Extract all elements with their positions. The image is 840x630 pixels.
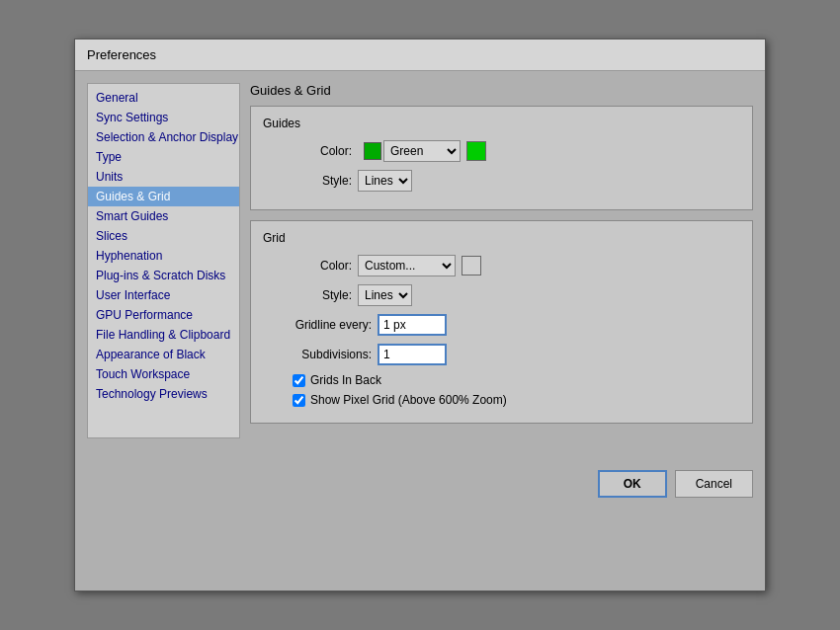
sidebar-item-hyphenation[interactable]: Hyphenation <box>88 246 239 266</box>
sidebar-item-gpu[interactable]: GPU Performance <box>88 305 239 325</box>
grid-style-select[interactable]: Lines Dots <box>358 284 412 306</box>
sidebar-list: General Sync Settings Selection & Anchor… <box>88 88 239 433</box>
grid-color-preview <box>462 256 481 276</box>
cancel-button[interactable]: Cancel <box>675 470 753 498</box>
section-title: Guides & Grid <box>250 83 753 98</box>
show-pixel-grid-checkbox[interactable] <box>293 394 305 407</box>
guides-color-green-swatch <box>364 142 381 160</box>
grid-color-label: Color: <box>263 259 352 273</box>
guides-style-select[interactable]: Lines Dots <box>358 170 412 192</box>
guides-color-preview <box>466 141 486 161</box>
dialog-title: Preferences <box>87 47 156 62</box>
subdivisions-label: Subdivisions: <box>263 348 372 361</box>
sidebar-item-sync-settings[interactable]: Sync Settings <box>88 108 239 127</box>
sidebar-item-appearance[interactable]: Appearance of Black <box>88 345 239 364</box>
sidebar-item-file-handling[interactable]: File Handling & Clipboard <box>88 325 239 345</box>
guides-color-label: Color: <box>263 144 352 158</box>
grid-style-label: Style: <box>263 288 352 302</box>
sidebar-item-selection-anchor[interactable]: Selection & Anchor Display <box>88 127 239 147</box>
guides-style-label: Style: <box>263 174 352 188</box>
grids-in-back-label: Grids In Back <box>310 373 381 387</box>
guides-color-row: Color: Green Cyan Magenta Yellow Red Blu… <box>263 140 740 162</box>
gridline-label: Gridline every: <box>263 318 372 332</box>
grids-in-back-checkbox[interactable] <box>293 374 305 387</box>
sidebar-item-technology[interactable]: Technology Previews <box>88 384 239 404</box>
sidebar-item-smart-guides[interactable]: Smart Guides <box>88 206 239 226</box>
sidebar-item-guides-grid[interactable]: Guides & Grid <box>88 187 239 206</box>
ok-button[interactable]: OK <box>598 470 667 498</box>
grid-panel: Grid Color: Custom... Light Gray Medium … <box>250 220 753 424</box>
show-pixel-grid-label: Show Pixel Grid (Above 600% Zoom) <box>310 393 507 407</box>
show-pixel-grid-row: Show Pixel Grid (Above 600% Zoom) <box>293 393 740 407</box>
dialog-footer: OK Cancel <box>75 460 765 508</box>
gridline-row: Gridline every: <box>263 314 740 336</box>
grids-in-back-row: Grids In Back <box>293 373 740 387</box>
sidebar-item-touch[interactable]: Touch Workspace <box>88 364 239 384</box>
preferences-dialog: Preferences General Sync Settings Select… <box>74 39 766 591</box>
sidebar-item-units[interactable]: Units <box>88 167 239 187</box>
grid-color-row: Color: Custom... Light Gray Medium Gray <box>263 255 740 276</box>
guides-color-select[interactable]: Green Cyan Magenta Yellow Red Blue Custo… <box>383 140 461 162</box>
sidebar-item-type[interactable]: Type <box>88 147 239 167</box>
guides-panel-title: Guides <box>263 117 740 130</box>
sidebar-item-general[interactable]: General <box>88 88 239 108</box>
sidebar-item-slices[interactable]: Slices <box>88 226 239 246</box>
dialog-titlebar: Preferences <box>75 39 765 71</box>
gridline-input[interactable] <box>378 314 447 336</box>
subdivisions-row: Subdivisions: <box>263 344 740 365</box>
sidebar: General Sync Settings Selection & Anchor… <box>87 83 240 438</box>
guides-style-row: Style: Lines Dots <box>263 170 740 192</box>
guides-panel: Guides Color: Green Cyan Magenta Yellow … <box>250 106 753 210</box>
sidebar-item-plugins[interactable]: Plug-ins & Scratch Disks <box>88 266 239 285</box>
grid-color-select[interactable]: Custom... Light Gray Medium Gray <box>358 255 456 276</box>
subdivisions-input[interactable] <box>378 344 447 365</box>
grid-style-row: Style: Lines Dots <box>263 284 740 306</box>
grid-panel-title: Grid <box>263 231 740 245</box>
main-content: Guides & Grid Guides Color: Green Cyan M… <box>250 83 753 438</box>
sidebar-item-user-interface[interactable]: User Interface <box>88 285 239 305</box>
